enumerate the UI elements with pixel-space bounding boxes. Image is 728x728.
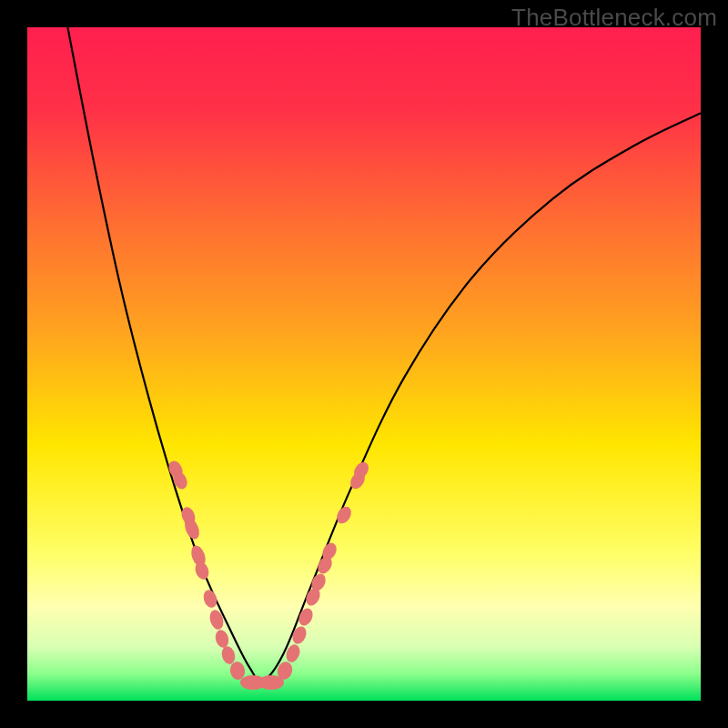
gradient-background bbox=[27, 27, 701, 701]
watermark-text: TheBottleneck.com bbox=[511, 4, 717, 32]
plot-area bbox=[27, 27, 701, 701]
chart-frame: TheBottleneck.com bbox=[0, 0, 728, 728]
plot-svg bbox=[27, 27, 701, 701]
